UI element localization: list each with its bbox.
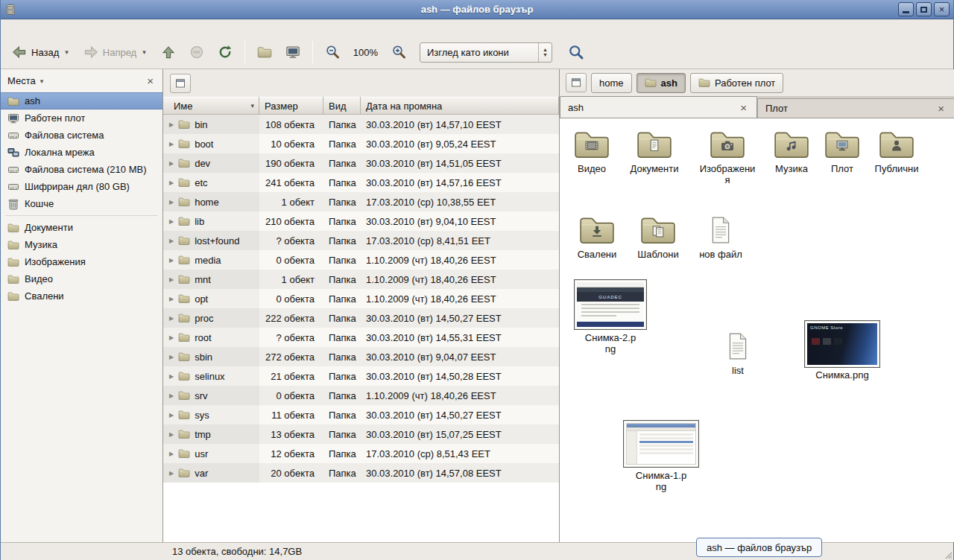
expander-icon[interactable]: ▶ — [169, 451, 174, 457]
table-row[interactable]: ▶ opt 0 обекта Папка 1.10.2009 (чт) 18,4… — [163, 289, 559, 308]
sidebar-bookmark-item[interactable]: Документи — [1, 219, 162, 236]
table-row[interactable]: ▶ usr 12 обекта Папка 17.03.2010 (ср) 8,… — [163, 444, 559, 463]
tab-close-icon[interactable]: × — [935, 103, 947, 114]
forward-button[interactable]: Напред ▾ — [78, 40, 154, 64]
expander-icon[interactable]: ▶ — [169, 315, 174, 322]
sidebar-place-item[interactable]: Файлова система — [1, 127, 162, 144]
close-button[interactable]: × — [934, 2, 950, 16]
expander-icon[interactable]: ▶ — [169, 412, 174, 419]
icon-item-snimka-1[interactable]: Снимка-1.png — [622, 420, 700, 492]
tab-ash[interactable]: ash × — [560, 96, 757, 118]
maximize-button[interactable] — [916, 2, 932, 16]
back-history-chevron-icon[interactable]: ▾ — [63, 48, 70, 56]
expander-icon[interactable]: ▶ — [169, 334, 174, 341]
column-header-type[interactable]: Вид — [323, 97, 361, 115]
pathbar-button-home[interactable]: home — [591, 73, 632, 93]
table-row[interactable]: ▶ dev 190 обекта Папка 30.03.2010 (вт) 1… — [163, 153, 559, 173]
expander-icon[interactable]: ▶ — [169, 121, 174, 128]
computer-button[interactable] — [279, 40, 306, 64]
sidebar-selector-chevron-icon[interactable]: ▾ — [39, 77, 45, 85]
pathbar-button-ash[interactable]: ash — [636, 73, 686, 93]
sidebar-bookmark-item[interactable]: Музика — [1, 236, 162, 253]
icon-item-snimka-2[interactable]: GUADEC Снимка-2.png — [573, 279, 648, 354]
expander-icon[interactable]: ▶ — [169, 470, 174, 477]
expander-icon[interactable]: ▶ — [169, 160, 174, 167]
sidebar-place-item[interactable]: Кошче — [1, 195, 162, 212]
table-row[interactable]: ▶ proc 222 обекта Папка 30.03.2010 (вт) … — [163, 308, 559, 328]
table-row[interactable]: ▶ root ? обекта Папка 30.03.2010 (вт) 14… — [163, 328, 559, 347]
expander-icon[interactable]: ▶ — [169, 257, 174, 264]
icon-item-downloads[interactable]: Свалени — [569, 213, 625, 260]
sidebar-bookmark-item[interactable]: Изображения — [1, 253, 162, 270]
icon-item-documents[interactable]: Документи — [626, 127, 683, 174]
table-row[interactable]: ▶ sys 11 обекта Папка 30.03.2010 (вт) 14… — [163, 405, 559, 424]
combo-spinner-icon[interactable]: ▲▼ — [538, 43, 552, 62]
tab-close-icon[interactable]: × — [738, 102, 749, 113]
icon-item-list[interactable]: list — [710, 329, 766, 376]
table-row[interactable]: ▶ boot 10 обекта Папка 30.03.2010 (вт) 9… — [163, 134, 559, 153]
zoom-in-button[interactable] — [385, 40, 412, 64]
zoom-out-button[interactable] — [319, 40, 346, 64]
titlebar[interactable]: ash — файлов браузър × — [1, 0, 953, 19]
stop-button[interactable] — [183, 40, 210, 64]
sidebar-place-item[interactable]: Шифриран дял (80 GB) — [1, 178, 162, 195]
table-row[interactable]: ▶ media 0 обекта Папка 1.10.2009 (чт) 18… — [163, 250, 559, 270]
menu-item[interactable] — [19, 26, 34, 29]
icon-item-images[interactable]: Изображения — [699, 127, 756, 185]
table-row[interactable]: ▶ var 20 обекта Папка 30.03.2010 (вт) 14… — [163, 463, 559, 483]
pathbar-button-desktop[interactable]: Работен плот — [690, 73, 783, 93]
sidebar-close-icon[interactable]: × — [145, 75, 156, 86]
sidebar-place-item[interactable]: Файлова система (210 MB) — [1, 161, 162, 178]
menu-item[interactable] — [34, 26, 48, 29]
back-button[interactable]: Назад ▾ — [6, 40, 76, 64]
icon-item-desktop[interactable]: Плот — [814, 127, 871, 174]
table-row[interactable]: ▶ lost+found ? обекта Папка 17.03.2010 (… — [163, 231, 559, 250]
expander-icon[interactable]: ▶ — [169, 238, 174, 244]
table-row[interactable]: ▶ mnt 1 обект Папка 1.10.2009 (чт) 18,40… — [163, 270, 559, 289]
expander-icon[interactable]: ▶ — [169, 373, 174, 380]
pane-location-toggle-button[interactable] — [566, 73, 587, 92]
icon-item-music[interactable]: Музика — [763, 127, 820, 174]
icon-item-templates[interactable]: Шаблони — [630, 213, 686, 260]
expander-icon[interactable]: ▶ — [169, 199, 174, 206]
icon-item-new-file[interactable]: нов файл — [692, 213, 749, 260]
table-row[interactable]: ▶ lib 210 обекта Папка 30.03.2010 (вт) 9… — [163, 211, 559, 231]
expander-icon[interactable]: ▶ — [169, 179, 174, 186]
expander-icon[interactable]: ▶ — [169, 431, 174, 438]
sidebar-place-item[interactable]: Работен плот — [1, 109, 162, 127]
table-row[interactable]: ▶ etc 241 обекта Папка 30.03.2010 (вт) 1… — [163, 173, 559, 192]
table-row[interactable]: ▶ tmp 13 обекта Папка 30.03.2010 (вт) 15… — [163, 424, 559, 444]
search-button[interactable] — [564, 40, 588, 64]
sidebar-place-item[interactable]: ash — [1, 92, 162, 109]
home-button[interactable] — [251, 40, 278, 64]
icon-item-snimka[interactable]: GNOME Store Снимка.png — [803, 320, 881, 381]
sidebar-bookmark-item[interactable]: Видео — [1, 270, 162, 287]
icon-item-public[interactable]: Публични — [868, 127, 925, 174]
menu-item[interactable] — [63, 26, 78, 29]
pane-location-toggle-button[interactable] — [170, 74, 191, 93]
expander-icon[interactable]: ▶ — [169, 296, 174, 302]
table-row[interactable]: ▶ home 1 обект Папка 17.03.2010 (ср) 10,… — [163, 192, 559, 211]
menu-item[interactable] — [78, 26, 93, 29]
menu-item[interactable] — [4, 26, 19, 29]
menu-item[interactable] — [48, 26, 63, 29]
icon-item-video[interactable]: Видео — [563, 127, 620, 174]
expander-icon[interactable]: ▶ — [169, 218, 174, 225]
sidebar-bookmark-item[interactable]: Свалени — [1, 287, 162, 305]
sidebar-place-item[interactable]: Локална мрежа — [1, 144, 162, 161]
table-row[interactable]: ▶ srv 0 обекта Папка 1.10.2009 (чт) 18,4… — [163, 386, 559, 405]
reload-button[interactable] — [212, 40, 238, 64]
expander-icon[interactable]: ▶ — [169, 354, 174, 360]
minimize-button[interactable] — [898, 2, 914, 16]
expander-icon[interactable]: ▶ — [169, 141, 174, 147]
column-header-size[interactable]: Размер — [259, 97, 323, 115]
up-button[interactable] — [155, 40, 182, 64]
column-header-date[interactable]: Дата на промяна — [361, 97, 559, 115]
table-row[interactable]: ▶ sbin 272 обекта Папка 30.03.2010 (вт) … — [163, 347, 559, 366]
view-mode-select[interactable]: Изглед като икони ▲▼ — [420, 42, 552, 63]
resize-grip[interactable] — [942, 549, 953, 559]
expander-icon[interactable]: ▶ — [169, 276, 174, 283]
table-row[interactable]: ▶ selinux 21 обекта Папка 30.03.2010 (вт… — [163, 366, 559, 386]
column-header-name[interactable]: Име ▾ — [163, 97, 259, 115]
expander-icon[interactable]: ▶ — [169, 392, 174, 399]
